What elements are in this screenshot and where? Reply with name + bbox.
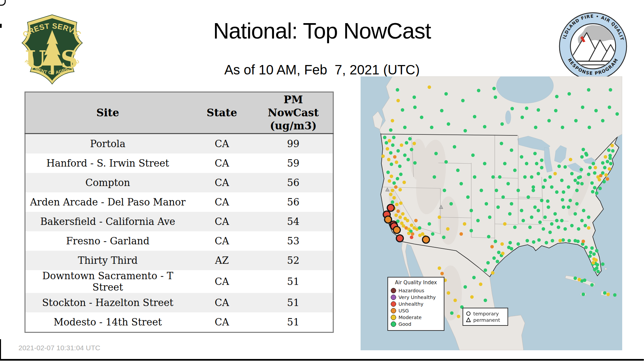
monitor-dot (567, 185, 570, 189)
monitor-dot (490, 245, 494, 248)
page-title: National: Top NowCast (0, 18, 644, 44)
monitor-dot (477, 89, 480, 92)
table-row: PortolaCA99 (25, 134, 333, 154)
monitor-dot (395, 203, 398, 206)
monitor-dot (428, 85, 431, 89)
monitor-dot (585, 153, 588, 157)
site-cell: Portola (25, 134, 190, 154)
monitor-dot (574, 277, 577, 280)
monitor-dot (391, 119, 394, 122)
table-row: Downtown Sacramento - T StreetCA51 (25, 270, 333, 293)
monitor-dot (525, 162, 528, 165)
monitor-dot (428, 222, 431, 226)
column-header: State (190, 92, 254, 134)
monitor-dot (491, 271, 494, 275)
monitor-dot (414, 219, 418, 222)
monitor-dot (444, 160, 448, 164)
monitor-dot (401, 108, 404, 112)
monitor-dot (542, 185, 545, 189)
slide-border-bottom (0, 359, 644, 361)
permanent-triangle-icon (466, 317, 471, 322)
aqi-legend-item: Hazardous (391, 287, 441, 294)
monitor-dot (393, 155, 396, 159)
monitor-dot (553, 172, 557, 175)
monitor-dot (576, 240, 580, 243)
monitor-dot (464, 129, 467, 132)
monitor-dot (603, 291, 606, 295)
slide-border-left (0, 339, 1, 361)
monitor-dot (483, 162, 486, 165)
monitor-dot (401, 212, 405, 216)
monitor-dot (590, 283, 594, 287)
monitor-dot (399, 173, 402, 176)
monitor-dot (408, 137, 412, 140)
monitor-dot (440, 109, 443, 112)
monitor-dot (438, 216, 441, 219)
monitor-dot (553, 212, 557, 216)
aqi-legend-item: Unhealthy (391, 301, 441, 307)
monitor-dot (473, 175, 476, 179)
monitor-dot (407, 232, 411, 235)
monitor-dot (496, 260, 499, 263)
monitor-dot (495, 189, 498, 192)
monitor-dot (535, 162, 538, 165)
value-cell: 56 (254, 173, 333, 192)
monitor-dot (567, 205, 570, 209)
monitor-dot (391, 200, 394, 204)
monitor-dot (498, 175, 501, 179)
monitor-dot (403, 126, 407, 129)
monitor-dot (577, 176, 580, 179)
state-cell: CA (190, 212, 254, 231)
state-cell: CA (190, 293, 254, 312)
monitor-dot (593, 186, 596, 189)
monitor-dot (392, 136, 395, 139)
aqi-legend-label: USG (398, 308, 409, 313)
monitor-dot (388, 179, 391, 183)
monitor-dot (607, 148, 610, 152)
monitor-dot (608, 167, 611, 171)
legend-item-temporary: temporary (466, 310, 505, 317)
monitor-dot (548, 175, 552, 179)
monitor-dot (394, 214, 398, 217)
monitor-dot (578, 278, 581, 281)
monitor-dot (609, 162, 612, 165)
monitor-dot (387, 158, 390, 161)
monitor-dot (532, 240, 535, 244)
monitor-dot (561, 238, 565, 242)
aqi-color-dot-icon (391, 295, 396, 300)
aqi-color-dot-icon (391, 288, 396, 293)
monitor-dot (595, 191, 598, 195)
value-cell: 53 (254, 231, 333, 251)
monitor-dot (533, 152, 537, 155)
monitor-dot (479, 283, 482, 286)
monitor-dot (532, 189, 535, 192)
site-cell: Stockton - Hazelton Street (25, 293, 190, 312)
monitor-dot (521, 116, 524, 119)
state-cell: CA (190, 231, 254, 251)
monitor-dot (511, 107, 514, 110)
monitor-dot (608, 106, 611, 109)
monitor-dot (413, 106, 417, 109)
monitor-dot (581, 106, 584, 109)
monitor-dot (537, 108, 540, 112)
monitor-dot (398, 216, 402, 219)
monitor-dot (561, 198, 564, 201)
monitor-dot (413, 161, 417, 165)
site-cell: Modesto - 14th Street (25, 312, 190, 333)
monitor-dot (580, 219, 584, 222)
monitor-dot (555, 95, 558, 98)
monitor-dot (398, 165, 401, 168)
site-cell: Fresno - Garland (25, 231, 190, 251)
monitor-dot (575, 189, 579, 192)
monitor-dot (587, 173, 590, 176)
monitor-dot (418, 226, 421, 230)
monitor-dot (540, 199, 543, 202)
monitor-dot (381, 155, 385, 158)
monitor-dot (555, 190, 558, 194)
monitor-dot (582, 240, 585, 243)
aqi-legend-item: USG (391, 307, 441, 314)
monitor-dot (431, 232, 434, 236)
monitor-dot (527, 195, 530, 199)
monitor-dot (592, 162, 595, 165)
monitor-dot (540, 159, 543, 162)
